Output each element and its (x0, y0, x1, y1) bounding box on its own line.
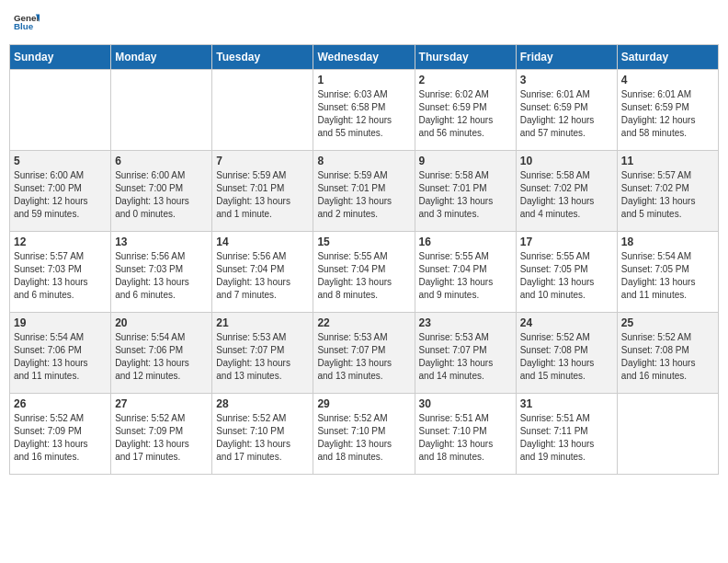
calendar-cell (111, 70, 212, 151)
day-info: Sunrise: 5:55 AM Sunset: 7:05 PM Dayligh… (520, 250, 613, 302)
svg-text:Blue: Blue (14, 21, 34, 31)
day-info: Sunrise: 5:52 AM Sunset: 7:09 PM Dayligh… (115, 412, 208, 464)
day-info: Sunrise: 5:54 AM Sunset: 7:06 PM Dayligh… (14, 331, 107, 383)
calendar-cell: 6Sunrise: 6:00 AM Sunset: 7:00 PM Daylig… (111, 151, 212, 232)
day-info: Sunrise: 5:58 AM Sunset: 7:01 PM Dayligh… (419, 169, 512, 221)
day-number: 15 (317, 236, 410, 248)
day-info: Sunrise: 5:52 AM Sunset: 7:08 PM Dayligh… (520, 331, 613, 383)
day-info: Sunrise: 5:53 AM Sunset: 7:07 PM Dayligh… (419, 331, 512, 383)
calendar-cell: 4Sunrise: 6:01 AM Sunset: 6:59 PM Daylig… (617, 70, 718, 151)
logo: General Blue (14, 9, 40, 35)
day-number: 6 (115, 155, 208, 167)
day-number: 18 (621, 236, 714, 248)
day-number: 21 (216, 316, 309, 329)
calendar-cell: 26Sunrise: 5:52 AM Sunset: 7:09 PM Dayli… (10, 394, 111, 475)
day-number: 14 (216, 236, 309, 248)
calendar-week-2: 5Sunrise: 6:00 AM Sunset: 7:00 PM Daylig… (10, 151, 719, 232)
calendar-cell: 12Sunrise: 5:57 AM Sunset: 7:03 PM Dayli… (10, 232, 111, 313)
calendar-cell (617, 394, 718, 475)
day-info: Sunrise: 5:51 AM Sunset: 7:10 PM Dayligh… (419, 412, 512, 464)
day-info: Sunrise: 5:57 AM Sunset: 7:03 PM Dayligh… (14, 250, 107, 302)
day-number: 25 (621, 316, 714, 329)
day-number: 11 (621, 155, 714, 167)
day-number: 13 (115, 236, 208, 248)
day-info: Sunrise: 5:52 AM Sunset: 7:08 PM Dayligh… (621, 331, 714, 383)
weekday-header-friday: Friday (516, 45, 617, 70)
page-header: General Blue (9, 9, 719, 35)
calendar-cell: 11Sunrise: 5:57 AM Sunset: 7:02 PM Dayli… (617, 151, 718, 232)
day-info: Sunrise: 5:55 AM Sunset: 7:04 PM Dayligh… (419, 250, 512, 302)
calendar-week-3: 12Sunrise: 5:57 AM Sunset: 7:03 PM Dayli… (10, 232, 719, 313)
calendar-cell: 18Sunrise: 5:54 AM Sunset: 7:05 PM Dayli… (617, 232, 718, 313)
calendar-week-1: 1Sunrise: 6:03 AM Sunset: 6:58 PM Daylig… (10, 70, 719, 151)
calendar-week-4: 19Sunrise: 5:54 AM Sunset: 7:06 PM Dayli… (10, 313, 719, 394)
day-number: 1 (317, 74, 410, 86)
calendar-cell: 7Sunrise: 5:59 AM Sunset: 7:01 PM Daylig… (212, 151, 313, 232)
day-number: 31 (520, 397, 613, 410)
day-info: Sunrise: 5:53 AM Sunset: 7:07 PM Dayligh… (317, 331, 410, 383)
day-info: Sunrise: 5:59 AM Sunset: 7:01 PM Dayligh… (317, 169, 410, 221)
day-number: 4 (621, 74, 714, 86)
calendar-cell: 10Sunrise: 5:58 AM Sunset: 7:02 PM Dayli… (516, 151, 617, 232)
day-info: Sunrise: 5:56 AM Sunset: 7:03 PM Dayligh… (115, 250, 208, 302)
day-number: 2 (419, 74, 512, 86)
calendar-cell: 25Sunrise: 5:52 AM Sunset: 7:08 PM Dayli… (617, 313, 718, 394)
day-info: Sunrise: 5:58 AM Sunset: 7:02 PM Dayligh… (520, 169, 613, 221)
day-info: Sunrise: 6:02 AM Sunset: 6:59 PM Dayligh… (419, 88, 512, 140)
day-info: Sunrise: 5:53 AM Sunset: 7:07 PM Dayligh… (216, 331, 309, 383)
day-number: 26 (14, 397, 107, 410)
calendar-cell: 23Sunrise: 5:53 AM Sunset: 7:07 PM Dayli… (415, 313, 516, 394)
logo-icon: General Blue (14, 9, 40, 35)
calendar-cell: 29Sunrise: 5:52 AM Sunset: 7:10 PM Dayli… (313, 394, 415, 475)
calendar-cell: 1Sunrise: 6:03 AM Sunset: 6:58 PM Daylig… (313, 70, 415, 151)
day-number: 19 (14, 316, 107, 329)
calendar-cell: 9Sunrise: 5:58 AM Sunset: 7:01 PM Daylig… (415, 151, 516, 232)
weekday-header-saturday: Saturday (617, 45, 718, 70)
day-info: Sunrise: 5:52 AM Sunset: 7:09 PM Dayligh… (14, 412, 107, 464)
calendar-cell: 28Sunrise: 5:52 AM Sunset: 7:10 PM Dayli… (212, 394, 313, 475)
calendar-cell: 24Sunrise: 5:52 AM Sunset: 7:08 PM Dayli… (516, 313, 617, 394)
day-number: 29 (317, 397, 410, 410)
day-info: Sunrise: 5:54 AM Sunset: 7:05 PM Dayligh… (621, 250, 714, 302)
calendar-cell: 16Sunrise: 5:55 AM Sunset: 7:04 PM Dayli… (415, 232, 516, 313)
day-number: 30 (419, 397, 512, 410)
calendar-cell: 5Sunrise: 6:00 AM Sunset: 7:00 PM Daylig… (10, 151, 111, 232)
day-info: Sunrise: 6:00 AM Sunset: 7:00 PM Dayligh… (115, 169, 208, 221)
calendar-cell: 15Sunrise: 5:55 AM Sunset: 7:04 PM Dayli… (313, 232, 415, 313)
day-info: Sunrise: 6:01 AM Sunset: 6:59 PM Dayligh… (520, 88, 613, 140)
day-number: 28 (216, 397, 309, 410)
day-number: 7 (216, 155, 309, 167)
weekday-header-tuesday: Tuesday (212, 45, 313, 70)
calendar-cell: 8Sunrise: 5:59 AM Sunset: 7:01 PM Daylig… (313, 151, 415, 232)
day-number: 5 (14, 155, 107, 167)
weekday-header-sunday: Sunday (10, 45, 111, 70)
calendar-cell (212, 70, 313, 151)
day-info: Sunrise: 5:56 AM Sunset: 7:04 PM Dayligh… (216, 250, 309, 302)
calendar-cell: 30Sunrise: 5:51 AM Sunset: 7:10 PM Dayli… (415, 394, 516, 475)
day-number: 16 (419, 236, 512, 248)
day-info: Sunrise: 5:55 AM Sunset: 7:04 PM Dayligh… (317, 250, 410, 302)
calendar-cell: 27Sunrise: 5:52 AM Sunset: 7:09 PM Dayli… (111, 394, 212, 475)
day-number: 9 (419, 155, 512, 167)
day-info: Sunrise: 6:00 AM Sunset: 7:00 PM Dayligh… (14, 169, 107, 221)
calendar-cell: 19Sunrise: 5:54 AM Sunset: 7:06 PM Dayli… (10, 313, 111, 394)
calendar-week-5: 26Sunrise: 5:52 AM Sunset: 7:09 PM Dayli… (10, 394, 719, 475)
calendar-cell: 14Sunrise: 5:56 AM Sunset: 7:04 PM Dayli… (212, 232, 313, 313)
calendar-table: SundayMondayTuesdayWednesdayThursdayFrid… (9, 44, 719, 475)
calendar-cell: 2Sunrise: 6:02 AM Sunset: 6:59 PM Daylig… (415, 70, 516, 151)
day-number: 17 (520, 236, 613, 248)
calendar-cell: 20Sunrise: 5:54 AM Sunset: 7:06 PM Dayli… (111, 313, 212, 394)
calendar-cell: 13Sunrise: 5:56 AM Sunset: 7:03 PM Dayli… (111, 232, 212, 313)
weekday-header-thursday: Thursday (415, 45, 516, 70)
day-info: Sunrise: 5:52 AM Sunset: 7:10 PM Dayligh… (317, 412, 410, 464)
day-info: Sunrise: 5:57 AM Sunset: 7:02 PM Dayligh… (621, 169, 714, 221)
calendar-cell: 22Sunrise: 5:53 AM Sunset: 7:07 PM Dayli… (313, 313, 415, 394)
day-number: 8 (317, 155, 410, 167)
calendar-cell: 21Sunrise: 5:53 AM Sunset: 7:07 PM Dayli… (212, 313, 313, 394)
day-number: 20 (115, 316, 208, 329)
day-number: 10 (520, 155, 613, 167)
calendar-cell: 17Sunrise: 5:55 AM Sunset: 7:05 PM Dayli… (516, 232, 617, 313)
day-number: 23 (419, 316, 512, 329)
calendar-cell: 3Sunrise: 6:01 AM Sunset: 6:59 PM Daylig… (516, 70, 617, 151)
day-number: 3 (520, 74, 613, 86)
